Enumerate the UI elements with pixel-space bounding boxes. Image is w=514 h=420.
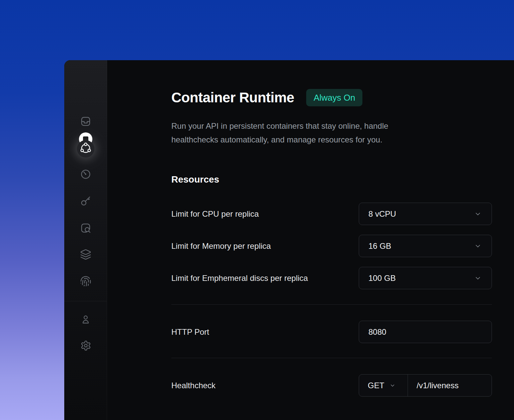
- sidebar-item-logs-search[interactable]: [78, 221, 94, 237]
- http-port-row: HTTP Port: [171, 321, 492, 343]
- healthcheck-method-value: GET: [368, 381, 384, 390]
- resources-heading: Resources: [171, 173, 492, 186]
- memory-limit-label: Limit for Memory per replica: [171, 241, 271, 251]
- chevron-down-icon: [474, 275, 482, 282]
- page-description-line1: Run your API in persistent containers th…: [171, 121, 388, 130]
- healthcheck-label: Healthcheck: [171, 381, 216, 390]
- healthcheck-path-field: [408, 375, 492, 396]
- cpu-limit-row: Limit for CPU per replica 8 vCPU: [171, 203, 492, 225]
- memory-limit-value: 16 GB: [368, 241, 391, 251]
- ephemeral-disc-limit-label: Limit for Emphemeral discs per replica: [171, 274, 308, 283]
- http-port-label: HTTP Port: [171, 327, 209, 337]
- user-icon: [80, 314, 91, 326]
- page-header: Container Runtime Always On: [171, 60, 492, 106]
- healthcheck-path-input[interactable]: [417, 381, 485, 390]
- section-divider: [171, 304, 492, 305]
- timer-icon: [80, 169, 91, 181]
- memory-limit-select[interactable]: 16 GB: [359, 235, 492, 257]
- containers-icon: [80, 142, 91, 155]
- sidebar: [64, 60, 107, 420]
- chevron-down-icon: [390, 383, 396, 389]
- app-window: Container Runtime Always On Run your API…: [64, 60, 514, 420]
- healthcheck-row: Healthcheck GET: [171, 374, 492, 397]
- sidebar-item-settings[interactable]: [78, 338, 94, 354]
- sidebar-item-inbox[interactable]: [78, 114, 94, 130]
- page-title: Container Runtime: [171, 89, 294, 106]
- memory-limit-row: Limit for Memory per replica 16 GB: [171, 235, 492, 257]
- sidebar-item-identity[interactable]: [78, 274, 94, 290]
- cpu-limit-value: 8 vCPU: [368, 209, 396, 219]
- http-port-field: [359, 321, 492, 343]
- ephemeral-disc-limit-row: Limit for Emphemeral discs per replica 1…: [171, 267, 492, 289]
- always-on-badge: Always On: [306, 89, 362, 106]
- chevron-down-icon: [474, 210, 482, 218]
- page-description-line2: healthchecks automatically, and manage r…: [171, 135, 382, 144]
- ephemeral-disc-limit-value: 100 GB: [368, 274, 396, 283]
- sidebar-item-timer[interactable]: [78, 167, 94, 183]
- file-search-icon: [80, 222, 91, 235]
- layers-icon: [80, 249, 91, 261]
- page-description: Run your API in persistent containers th…: [171, 119, 492, 146]
- main-content: Container Runtime Always On Run your API…: [107, 60, 514, 420]
- cpu-limit-select[interactable]: 8 vCPU: [359, 203, 492, 225]
- sidebar-divider: [64, 301, 107, 301]
- cpu-limit-label: Limit for CPU per replica: [171, 209, 259, 219]
- healthcheck-field: GET: [359, 374, 492, 397]
- healthcheck-method-select[interactable]: GET: [359, 375, 408, 396]
- settings-gear-icon: [80, 340, 91, 352]
- ephemeral-disc-limit-select[interactable]: 100 GB: [359, 267, 492, 289]
- inbox-icon: [80, 116, 91, 128]
- http-port-input[interactable]: [368, 327, 482, 337]
- sidebar-item-account[interactable]: [78, 312, 94, 328]
- sidebar-item-containers-active[interactable]: [77, 140, 94, 158]
- chevron-down-icon: [474, 242, 482, 250]
- fingerprint-icon: [80, 276, 91, 288]
- section-divider: [171, 358, 492, 358]
- key-icon: [80, 195, 91, 208]
- sidebar-item-keys[interactable]: [78, 194, 94, 210]
- sidebar-item-layers[interactable]: [78, 247, 94, 263]
